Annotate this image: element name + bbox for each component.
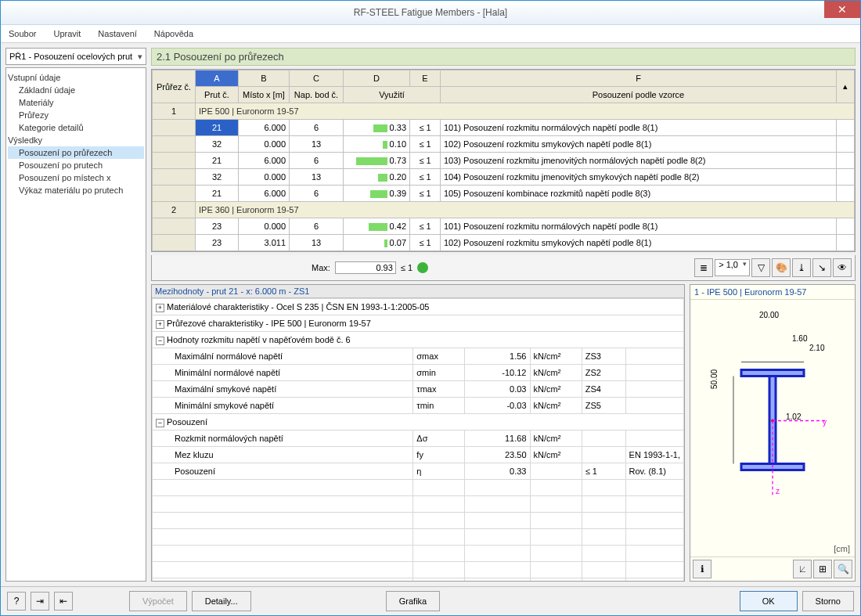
table-row[interactable]: 216.0006 0.33≤ 1101) Posouzení rozkmitu … <box>153 120 855 136</box>
filter-icon[interactable]: ▽ <box>751 258 770 277</box>
detail-row[interactable]: Minimální normálové napětíσmin-10.12kN/c… <box>153 365 684 381</box>
titlebar: RF-STEEL Fatigue Members - [Hala] ✕ <box>1 1 860 25</box>
tree-item[interactable]: Výkaz materiálu po prutech <box>8 184 144 196</box>
nav-tree[interactable]: Vstupní údaje Základní údaje Materiály P… <box>5 67 146 582</box>
calc-button[interactable]: Výpočet <box>129 591 187 611</box>
scale-select[interactable]: > 1,0 <box>715 259 750 276</box>
footer: ? ⇥ ⇤ Výpočet Detaily... Grafika OK Stor… <box>1 586 860 615</box>
table-row[interactable]: 320.00013 0.10≤ 1102) Posouzení rozkmitu… <box>153 136 855 153</box>
tree-item[interactable]: Průřezy <box>8 109 144 121</box>
max-row: Max: ≤ 1 ≣ > 1,0 ▽ 🎨 ⤓ ↘ 👁 <box>151 255 856 281</box>
export2-icon[interactable]: ⇤ <box>54 592 73 611</box>
svg-text:y: y <box>823 418 827 427</box>
details-button[interactable]: Detaily... <box>192 591 251 611</box>
ibeam-drawing: y z <box>718 347 827 495</box>
tree-item[interactable]: Kategorie detailů <box>8 121 144 134</box>
detail-row[interactable]: Mez kluzufy23.50kN/cm²EN 1993-1-1, <box>153 447 684 463</box>
tree-group-results[interactable]: Výsledky <box>8 134 144 146</box>
section-title: 2.1 Posouzení po průřezech <box>151 48 856 66</box>
ok-button[interactable]: OK <box>740 591 798 611</box>
max-value[interactable] <box>335 261 396 274</box>
preview-title: 1 - IPE 500 | Euronorm 19-57 <box>690 285 855 300</box>
max-label: Max: <box>312 263 330 272</box>
col-prurez: Průřez č. <box>153 70 196 103</box>
detail-row[interactable]: Minimální smykové napětíτmin-0.03kN/cm²Z… <box>153 398 684 414</box>
table-row[interactable]: 233.01113 0.07≤ 1102) Posouzení rozkmitu… <box>153 235 855 251</box>
cancel-button[interactable]: Storno <box>802 591 854 611</box>
tree-group-input[interactable]: Vstupní údaje <box>8 71 144 84</box>
ok-icon <box>417 262 428 273</box>
cross-section-preview: 1 - IPE 500 | Euronorm 19-57 y z 20.00 5… <box>690 284 856 582</box>
max-le: ≤ 1 <box>401 263 412 272</box>
export-icon[interactable]: ⤓ <box>792 258 811 277</box>
menubar: Soubor Upravit Nastavení Nápověda <box>1 25 860 43</box>
axes-icon[interactable]: ⟀ <box>793 560 812 578</box>
graphics-button[interactable]: Grafika <box>386 591 440 611</box>
menu-settings[interactable]: Nastavení <box>95 29 140 38</box>
detail-row[interactable]: Posouzeníη0.33≤ 1Rov. (8.1) <box>153 463 684 480</box>
case-dropdown[interactable]: PŘ1 - Posouzení ocelových prut <box>5 48 146 65</box>
details-title: Mezihodnoty - prut 21 - x: 6.000 m - ZS1 <box>152 285 684 298</box>
dimension-icon[interactable]: ⊞ <box>813 560 832 578</box>
detail-row[interactable]: Maximální normálové napětíσmax1.56kN/cm²… <box>153 348 684 365</box>
table-row[interactable]: 230.0006 0.42≤ 1101) Posouzení rozkmitu … <box>153 218 855 235</box>
table-row[interactable]: 320.00013 0.20≤ 1104) Posouzení rozkmitu… <box>153 169 855 186</box>
info-icon[interactable]: ℹ <box>693 560 711 578</box>
detail-row[interactable]: +Materiálové charakteristiky - Ocel S 23… <box>153 299 684 315</box>
window-title: RF-STEEL Fatigue Members - [Hala] <box>354 7 507 18</box>
detail-row[interactable]: +Průřezové charakteristiky - IPE 500 | E… <box>153 315 684 332</box>
detail-row[interactable]: −Posouzení <box>153 414 684 430</box>
tree-item[interactable]: Materiály <box>8 96 144 109</box>
help-icon[interactable]: ? <box>7 592 26 611</box>
tree-item[interactable]: Základní údaje <box>8 84 144 96</box>
table-row[interactable]: 216.0006 0.39≤ 1105) Posouzení kombinace… <box>153 186 855 202</box>
details-panel: Mezihodnoty - prut 21 - x: 6.000 m - ZS1… <box>151 284 685 582</box>
detail-row[interactable]: Rozkmit normálových napětíΔσ11.68kN/cm² <box>153 430 684 447</box>
zoom-icon[interactable]: 🔍 <box>834 560 852 578</box>
unit-label: [cm] <box>834 544 850 553</box>
menu-edit[interactable]: Upravit <box>50 29 84 38</box>
import-icon[interactable]: ⇥ <box>31 592 49 611</box>
results-grid[interactable]: Průřez č. A B C D E F ▴ Prut č. Místo x … <box>151 69 856 252</box>
table-row[interactable]: 216.0006 0.73≤ 1103) Posouzení rozkmitu … <box>153 153 855 169</box>
palette-icon[interactable]: 🎨 <box>772 258 791 277</box>
tree-item[interactable]: Posouzení po prutech <box>8 159 144 171</box>
scrollbar-head: ▴ <box>837 70 855 103</box>
svg-text:z: z <box>776 487 780 495</box>
sort-icon[interactable]: ≣ <box>694 258 713 277</box>
pick-icon[interactable]: ↘ <box>812 258 831 277</box>
menu-help[interactable]: Nápověda <box>151 29 196 38</box>
eye-icon[interactable]: 👁 <box>833 258 852 277</box>
tree-item[interactable]: Posouzení po místech x <box>8 171 144 184</box>
detail-row[interactable]: Maximální smykové napětíτmax0.03kN/cm²ZS… <box>153 381 684 398</box>
tree-item-selected[interactable]: Posouzení po průřezech <box>8 146 144 159</box>
menu-file[interactable]: Soubor <box>5 29 39 38</box>
detail-row[interactable]: −Hodnoty rozkmitu napětí v napěťovém bod… <box>153 332 684 348</box>
close-button[interactable]: ✕ <box>824 1 860 18</box>
